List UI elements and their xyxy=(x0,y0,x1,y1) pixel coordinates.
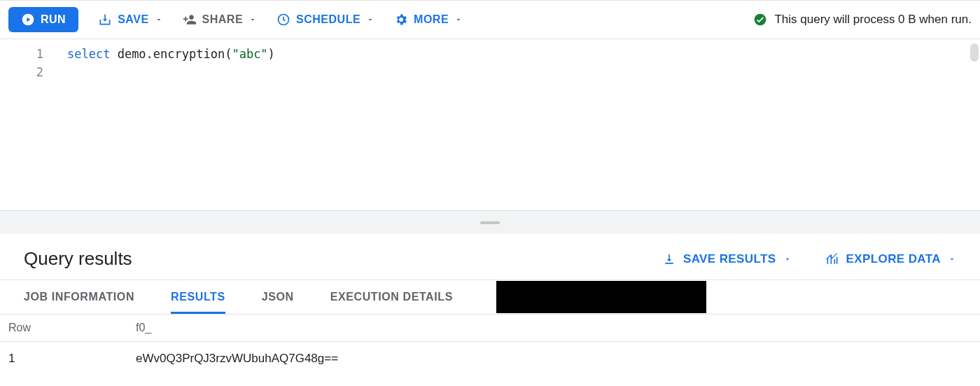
query-toolbar: RUN SAVE SHARE SCHEDULE MORE xyxy=(0,0,980,39)
chart-icon xyxy=(825,252,839,266)
results-tabs: JOB INFORMATION RESULTS JSON EXECUTION D… xyxy=(0,280,980,315)
cell-row-number: 1 xyxy=(8,352,136,366)
sql-string: "abc" xyxy=(232,47,267,61)
person-add-icon xyxy=(183,13,197,27)
caret-down-icon xyxy=(155,15,163,24)
share-label: SHARE xyxy=(202,13,244,26)
line-number: 2 xyxy=(0,63,67,81)
redacted-block xyxy=(496,281,706,313)
tab-json[interactable]: JSON xyxy=(262,280,294,314)
tab-job-information[interactable]: JOB INFORMATION xyxy=(24,280,134,314)
caret-down-icon xyxy=(366,15,374,24)
run-button[interactable]: RUN xyxy=(8,7,78,32)
col-header-row: Row xyxy=(8,322,136,334)
status-text: This query will process 0 B when run. xyxy=(774,13,972,27)
caret-down-icon xyxy=(248,15,257,24)
run-label: RUN xyxy=(41,13,66,26)
results-header: Query results SAVE RESULTS EXPLORE DATA xyxy=(0,234,980,280)
drag-handle-icon[interactable] xyxy=(480,221,500,224)
results-actions: SAVE RESULTS EXPLORE DATA xyxy=(662,252,956,266)
explore-data-button[interactable]: EXPLORE DATA xyxy=(825,252,956,266)
save-results-button[interactable]: SAVE RESULTS xyxy=(662,252,792,266)
more-label: MORE xyxy=(414,13,449,26)
check-circle-icon xyxy=(753,13,767,27)
save-label: SAVE xyxy=(118,13,148,26)
save-button[interactable]: SAVE xyxy=(98,13,162,27)
play-icon xyxy=(21,13,35,27)
save-icon xyxy=(98,13,112,27)
sql-editor[interactable]: 1 2 select demo.encryption("abc") xyxy=(0,39,980,210)
save-results-label: SAVE RESULTS xyxy=(683,252,776,266)
sql-text: demo.encryption( xyxy=(110,47,232,61)
tab-execution-details[interactable]: EXECUTION DETAILS xyxy=(330,280,453,314)
line-number: 1 xyxy=(0,45,67,63)
caret-down-icon xyxy=(454,15,463,24)
results-table-header: Row f0_ xyxy=(0,315,980,342)
scrollbar[interactable] xyxy=(970,43,979,62)
query-status: This query will process 0 B when run. xyxy=(753,13,972,27)
caret-down-icon xyxy=(948,255,956,263)
explore-data-label: EXPLORE DATA xyxy=(846,252,941,266)
schedule-label: SCHEDULE xyxy=(296,13,360,26)
resize-strip[interactable] xyxy=(0,210,980,234)
gear-icon xyxy=(394,13,408,27)
table-row: 1 eWv0Q3PrQJ3rzvWUbuhAQ7G48g== xyxy=(0,342,980,366)
code-area[interactable]: select demo.encryption("abc") xyxy=(67,39,980,210)
share-button[interactable]: SHARE xyxy=(183,13,258,27)
col-header-f0: f0_ xyxy=(136,322,972,334)
cell-f0-value: eWv0Q3PrQJ3rzvWUbuhAQ7G48g== xyxy=(136,352,972,366)
caret-down-icon xyxy=(783,255,792,263)
schedule-button[interactable]: SCHEDULE xyxy=(276,13,374,27)
more-button[interactable]: MORE xyxy=(394,13,463,27)
line-gutter: 1 2 xyxy=(0,39,67,210)
sql-keyword: select xyxy=(67,47,110,61)
clock-icon xyxy=(276,13,290,27)
results-title: Query results xyxy=(24,248,132,270)
tab-results[interactable]: RESULTS xyxy=(171,280,225,314)
svg-point-2 xyxy=(755,14,766,26)
sql-text: ) xyxy=(268,47,275,61)
download-icon xyxy=(662,252,676,266)
